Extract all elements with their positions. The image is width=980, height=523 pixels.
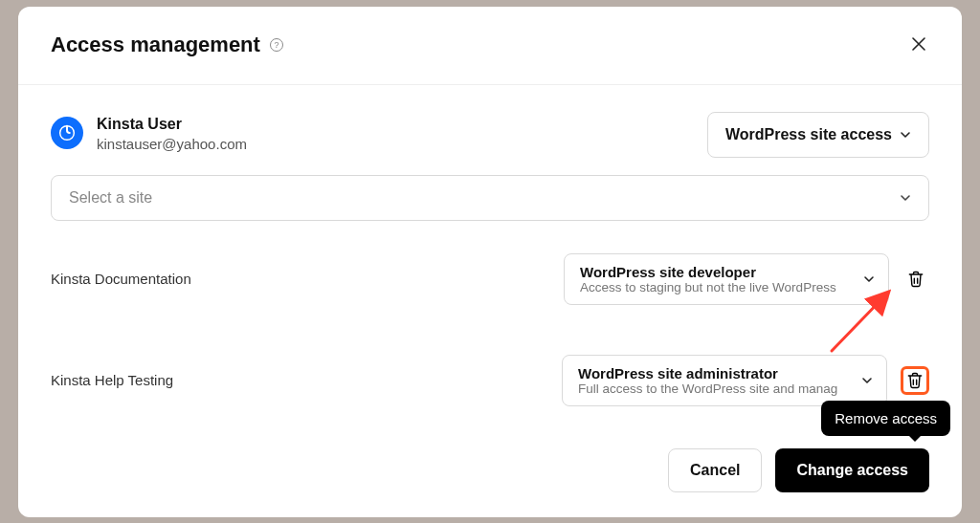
role-dropdown[interactable]: WordPress site administrator Full access… xyxy=(562,355,887,406)
site-name: Kinsta Help Testing xyxy=(51,372,173,388)
change-access-button[interactable]: Change access xyxy=(775,448,929,492)
select-site-placeholder: Select a site xyxy=(69,189,152,207)
chevron-down-icon xyxy=(861,375,873,386)
site-name: Kinsta Documentation xyxy=(51,271,191,287)
role-desc: Full access to the WordPress site and ma… xyxy=(578,381,837,396)
chevron-down-icon xyxy=(863,273,875,285)
role-desc: Access to staging but not the live WordP… xyxy=(580,280,836,294)
chevron-down-icon xyxy=(900,192,911,204)
cancel-button[interactable]: Cancel xyxy=(668,448,762,492)
user-info: Kinsta User kinstauser@yahoo.com xyxy=(51,115,247,153)
modal-title: Access management xyxy=(51,33,260,57)
modal-header: Access management ? xyxy=(18,7,962,85)
remove-access-button[interactable] xyxy=(901,366,929,395)
site-row: Kinsta Help Testing WordPress site admin… xyxy=(51,330,929,431)
role-cell: WordPress site developer Access to stagi… xyxy=(564,253,929,305)
user-email: kinstauser@yahoo.com xyxy=(97,135,247,154)
user-text: Kinsta User kinstauser@yahoo.com xyxy=(97,115,247,153)
select-site-dropdown[interactable]: Select a site xyxy=(51,175,929,221)
user-name: Kinsta User xyxy=(97,115,247,135)
role-text: WordPress site administrator Full access… xyxy=(578,365,837,396)
role-title: WordPress site developer xyxy=(580,264,836,280)
remove-access-tooltip: Remove access xyxy=(821,401,950,436)
access-type-dropdown[interactable]: WordPress site access xyxy=(707,112,929,158)
modal-body: Kinsta User kinstauser@yahoo.com WordPre… xyxy=(18,85,962,431)
role-cell: WordPress site administrator Full access… xyxy=(562,355,929,406)
avatar-icon xyxy=(56,122,78,143)
access-management-modal: Access management ? Kinsta User kinstaus… xyxy=(18,7,962,517)
trash-icon xyxy=(905,371,924,390)
help-icon[interactable]: ? xyxy=(270,38,283,52)
user-row: Kinsta User kinstauser@yahoo.com WordPre… xyxy=(51,85,929,175)
close-icon xyxy=(912,37,925,51)
site-row: Kinsta Documentation WordPress site deve… xyxy=(51,229,929,330)
role-dropdown[interactable]: WordPress site developer Access to stagi… xyxy=(564,253,889,305)
modal-title-wrap: Access management ? xyxy=(51,33,283,57)
modal-footer: Cancel Change access xyxy=(18,431,962,517)
trash-icon xyxy=(906,270,925,289)
role-title: WordPress site administrator xyxy=(578,365,837,381)
role-text: WordPress site developer Access to stagi… xyxy=(580,264,836,294)
avatar xyxy=(51,117,83,149)
close-button[interactable] xyxy=(908,32,929,59)
access-type-label: WordPress site access xyxy=(725,126,892,143)
remove-access-button[interactable] xyxy=(902,266,929,293)
chevron-down-icon xyxy=(900,129,911,141)
